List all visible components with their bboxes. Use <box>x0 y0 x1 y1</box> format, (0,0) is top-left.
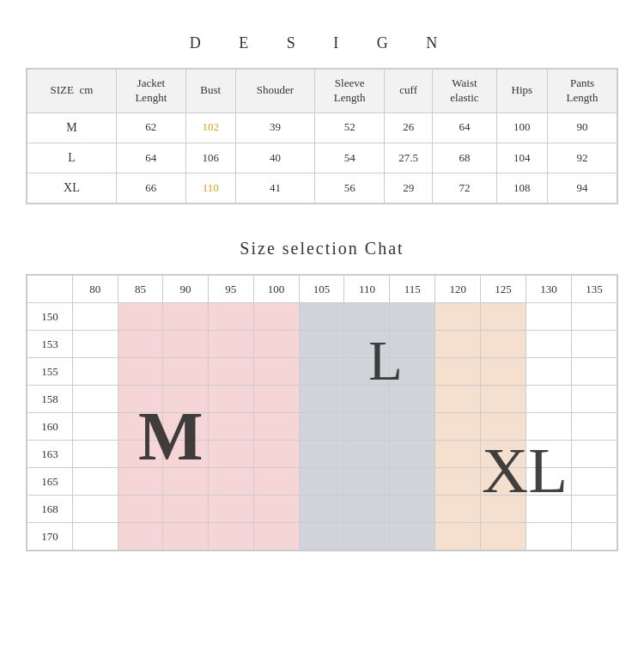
cell: 56 <box>315 173 385 204</box>
row-label: 168 <box>27 496 73 523</box>
cell: 68 <box>433 143 497 173</box>
chart-col-90: 90 <box>163 276 209 303</box>
table-header-row: SIZE cm JacketLenght Bust Shouder Sleeve… <box>27 70 617 113</box>
chart-row-163: 163 <box>27 441 617 468</box>
chart-col-80: 80 <box>72 276 118 303</box>
col-header-bust: Bust <box>185 70 235 113</box>
col-header-jacket: JacketLenght <box>116 70 185 113</box>
col-header-hips: Hips <box>496 70 547 113</box>
chart-col-105: 105 <box>299 276 344 303</box>
table-row: M 62 102 39 52 26 64 100 90 <box>27 113 617 143</box>
size-m: M <box>27 113 117 143</box>
cell: 62 <box>116 113 185 143</box>
table-row: XL 66 110 41 56 29 72 108 94 <box>27 173 617 204</box>
chart-header-row: 80 85 90 95 100 105 110 115 120 125 130 … <box>27 276 617 303</box>
chart-row-158: 158 <box>27 386 617 413</box>
row-label: 170 <box>27 523 73 551</box>
chart-col-130: 130 <box>526 276 572 303</box>
cell: 54 <box>315 143 385 173</box>
cell: 66 <box>116 173 185 204</box>
col-header-sleeve: SleeveLength <box>315 70 385 113</box>
chart-row-150: 150 <box>27 303 617 331</box>
chart-col-115: 115 <box>390 276 435 303</box>
chart-col-110: 110 <box>344 276 390 303</box>
cell: 39 <box>235 113 314 143</box>
chart-row-165: 165 <box>27 468 617 496</box>
cell: 106 <box>185 143 235 173</box>
chart-col-85: 85 <box>118 276 163 303</box>
cell: 64 <box>116 143 185 173</box>
chart-row-168: 168 <box>27 496 617 523</box>
chart-col-125: 125 <box>481 276 526 303</box>
col-header-waist: Waistelastic <box>433 70 497 113</box>
cell: 40 <box>235 143 314 173</box>
chart-col-95: 95 <box>208 276 253 303</box>
cell: 72 <box>433 173 497 204</box>
chart-col-135: 135 <box>572 276 617 303</box>
row-label: 155 <box>27 358 73 386</box>
size-table: SIZE cm JacketLenght Bust Shouder Sleeve… <box>27 69 617 204</box>
cell: 41 <box>235 173 314 204</box>
size-l: L <box>27 143 117 173</box>
design-title: D E S I G N <box>26 34 618 52</box>
cell: 92 <box>548 143 617 173</box>
chart-table: 80 85 90 95 100 105 110 115 120 125 130 … <box>27 275 617 551</box>
chart-col-120: 120 <box>435 276 481 303</box>
chart-row-160: 160 <box>27 413 617 441</box>
chart-col-empty <box>27 276 73 303</box>
chart-wrapper: 80 85 90 95 100 105 110 115 120 125 130 … <box>26 274 618 551</box>
page-container: D E S I G N SIZE cm JacketLenght Bust Sh… <box>0 0 644 569</box>
col-header-size: SIZE cm <box>27 70 117 113</box>
row-label: 165 <box>27 468 73 496</box>
chart-row-155: 155 <box>27 358 617 386</box>
cell: 90 <box>548 113 617 143</box>
chart-row-153: 153 <box>27 331 617 358</box>
row-label: 163 <box>27 441 73 468</box>
row-label: 160 <box>27 413 73 441</box>
chart-col-100: 100 <box>253 276 299 303</box>
cell: 110 <box>185 173 235 204</box>
cell: 29 <box>385 173 433 204</box>
size-xl: XL <box>27 173 117 204</box>
cell: 52 <box>315 113 385 143</box>
row-label: 153 <box>27 331 73 358</box>
row-label: 158 <box>27 386 73 413</box>
cell: 108 <box>496 173 547 204</box>
cell: 26 <box>385 113 433 143</box>
cell: 102 <box>185 113 235 143</box>
cell: 94 <box>548 173 617 204</box>
chart-row-170: 170 <box>27 523 617 551</box>
col-header-cuff: cuff <box>385 70 433 113</box>
col-header-shoulder: Shouder <box>235 70 314 113</box>
cell: 27.5 <box>385 143 433 173</box>
chart-body: 80 85 90 95 100 105 110 115 120 125 130 … <box>27 275 617 551</box>
table-row: L 64 106 40 54 27.5 68 104 92 <box>27 143 617 173</box>
section-title: Size selection Chat <box>26 239 618 259</box>
row-label: 150 <box>27 303 73 331</box>
cell: 100 <box>496 113 547 143</box>
cell: 104 <box>496 143 547 173</box>
size-table-wrapper: SIZE cm JacketLenght Bust Shouder Sleeve… <box>26 68 618 204</box>
cell: 64 <box>433 113 497 143</box>
col-header-pants: PantsLength <box>548 70 617 113</box>
